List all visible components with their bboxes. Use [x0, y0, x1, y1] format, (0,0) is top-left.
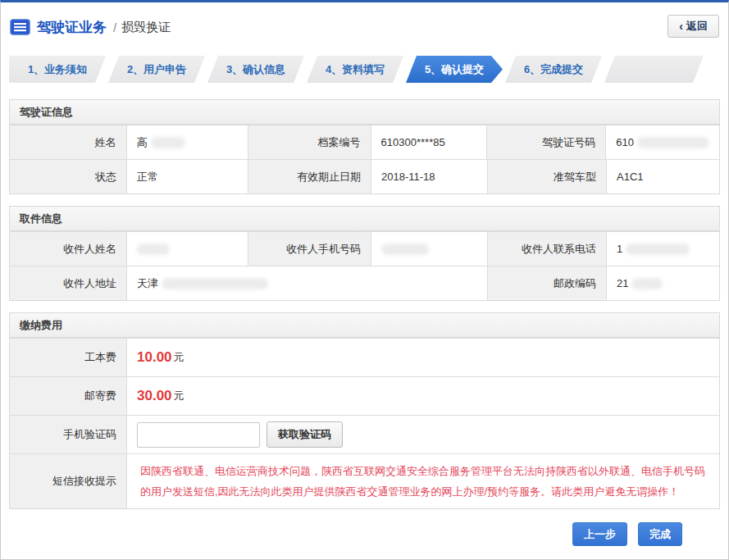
- field-value-vehicle-class: A1C1: [606, 160, 719, 193]
- table-row: 工本费 10.00 元: [10, 338, 719, 376]
- get-sms-code-button[interactable]: 获取验证码: [267, 421, 343, 448]
- table-row: 收件人姓名 收件人手机号码 收件人联系电话 1: [10, 231, 719, 266]
- page-panel: 驾驶证业务 / 损毁换证 ‹ 返回 1、业务须知 2、用户申告 3、确认信息 4…: [0, 0, 729, 560]
- field-label-postal-code: 邮政编码: [487, 266, 606, 300]
- field-value-recipient-name: [126, 232, 248, 266]
- field-label-recipient-mobile: 收件人手机号码: [248, 232, 371, 266]
- license-section-title: 驾驶证信息: [10, 100, 719, 125]
- table-row: 手机验证码 获取验证码: [10, 415, 719, 453]
- field-value-recipient-phone: 1: [606, 232, 719, 266]
- table-row: 姓名 高 档案编号 610300****85 驾驶证号码 610: [10, 125, 719, 159]
- step-2-user-declaration[interactable]: 2、用户申告: [108, 56, 205, 83]
- field-value-sms-code: 获取验证码: [126, 416, 719, 453]
- field-value-recipient-mobile: [371, 232, 487, 266]
- redaction-blur: [631, 278, 663, 289]
- table-row: 邮寄费 30.00 元: [10, 376, 719, 415]
- fee-unit: 元: [174, 389, 185, 403]
- field-label-recipient-name: 收件人姓名: [10, 232, 126, 266]
- pickup-info-section: 取件信息 收件人姓名 收件人手机号码 收件人联系电话 1 收件人地址 天津 邮政…: [9, 206, 720, 301]
- redaction-blur: [626, 244, 690, 255]
- field-value-file-number: 610300****85: [371, 125, 487, 159]
- field-label-sms-notice: 短信接收提示: [10, 454, 126, 508]
- previous-step-button[interactable]: 上一步: [572, 522, 627, 546]
- redaction-blur: [637, 137, 709, 148]
- field-value-production-fee: 10.00 元: [126, 339, 719, 376]
- table-row: 短信接收提示 因陕西省联通、电信运营商技术问题，陕西省互联网交通安全综合服务管理…: [10, 453, 719, 508]
- step-6-complete-submit[interactable]: 6、完成提交: [505, 56, 602, 83]
- field-value-name: 高: [126, 125, 248, 159]
- back-button-label: 返回: [686, 19, 708, 34]
- field-value-postage-fee: 30.00 元: [126, 377, 719, 415]
- field-label-file-number: 档案编号: [248, 125, 371, 159]
- title-divider: /: [113, 20, 116, 34]
- finish-button[interactable]: 完成: [638, 522, 682, 546]
- field-value-status: 正常: [126, 160, 248, 193]
- field-label-name: 姓名: [10, 125, 126, 159]
- page-subtitle: 损毁换证: [121, 20, 171, 35]
- step-4-fill-data[interactable]: 4、资料填写: [307, 56, 403, 83]
- table-row: 收件人地址 天津 邮政编码 21: [10, 266, 719, 300]
- footer-actions: 上一步 完成: [1, 521, 728, 546]
- step-track-filler: [604, 56, 704, 83]
- license-info-section: 驾驶证信息 姓名 高 档案编号 610300****85 驾驶证号码 610 状…: [9, 99, 720, 194]
- field-label-recipient-address: 收件人地址: [10, 266, 126, 300]
- step-3-confirm-info[interactable]: 3、确认信息: [207, 56, 304, 83]
- page-title: 驾驶证业务: [37, 18, 107, 37]
- step-wizard: 1、业务须知 2、用户申告 3、确认信息 4、资料填写 5、确认提交 6、完成提…: [9, 56, 720, 83]
- field-label-license-number: 驾驶证号码: [486, 125, 605, 159]
- page-header: 驾驶证业务 / 损毁换证 ‹ 返回: [1, 2, 728, 52]
- sms-notice-text: 因陕西省联通、电信运营商技术问题，陕西省互联网交通安全综合服务管理平台无法向持陕…: [137, 454, 709, 508]
- redaction-blur: [381, 244, 429, 255]
- table-row: 状态 正常 有效期止日期 2018-11-18 准驾车型 A1C1: [10, 159, 719, 193]
- back-button[interactable]: ‹ 返回: [667, 15, 719, 38]
- production-fee-amount: 10.00: [137, 349, 172, 366]
- fee-unit: 元: [174, 350, 185, 365]
- field-label-expiry-date: 有效期止日期: [248, 160, 371, 193]
- field-label-vehicle-class: 准驾车型: [487, 160, 606, 193]
- postage-fee-amount: 30.00: [137, 388, 172, 404]
- field-value-expiry-date: 2018-11-18: [371, 160, 487, 193]
- redaction-blur: [151, 137, 185, 148]
- field-value-recipient-address: 天津: [126, 266, 487, 300]
- fees-section: 缴纳费用 工本费 10.00 元 邮寄费 30.00 元 手机验证码 获取验证码…: [9, 312, 720, 509]
- step-1-business-notice[interactable]: 1、业务须知: [9, 56, 106, 83]
- field-label-status: 状态: [10, 160, 126, 193]
- sms-code-input[interactable]: [137, 422, 260, 448]
- step-5-confirm-submit[interactable]: 5、确认提交: [406, 56, 503, 83]
- redaction-blur: [137, 244, 170, 255]
- field-label-production-fee: 工本费: [10, 339, 126, 376]
- field-value-license-number: 610: [605, 125, 719, 159]
- pickup-section-title: 取件信息: [10, 207, 719, 231]
- field-label-sms-code: 手机验证码: [10, 416, 126, 453]
- license-card-icon: [10, 19, 30, 35]
- field-value-postal-code: 21: [606, 266, 719, 300]
- redaction-blur: [162, 278, 268, 289]
- field-label-recipient-phone: 收件人联系电话: [487, 232, 606, 266]
- fees-section-title: 缴纳费用: [10, 313, 719, 338]
- field-label-postage-fee: 邮寄费: [10, 377, 126, 415]
- chevron-left-icon: ‹: [679, 20, 683, 33]
- field-value-sms-notice: 因陕西省联通、电信运营商技术问题，陕西省互联网交通安全综合服务管理平台无法向持陕…: [126, 454, 719, 508]
